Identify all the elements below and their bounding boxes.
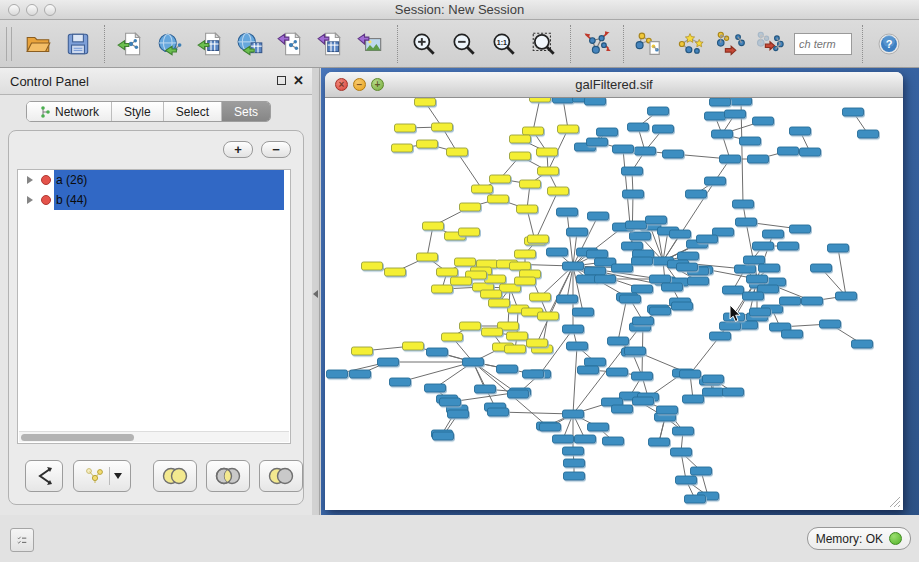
network-node[interactable] [455,258,476,266]
network-frame[interactable]: × − + galFiltered.sif [325,72,903,510]
network-node[interactable] [451,277,472,285]
network-node[interactable] [403,342,424,350]
network-node[interactable] [432,123,453,131]
network-node[interactable] [646,216,667,224]
tab-sets[interactable]: Sets [222,102,270,121]
network-node[interactable] [508,390,529,398]
network-node[interactable] [433,432,454,440]
network-node[interactable] [632,372,653,380]
network-node[interactable] [743,292,764,300]
network-node[interactable] [527,339,548,347]
network-node[interactable] [612,405,633,413]
network-node[interactable] [677,263,698,271]
network-node[interactable] [705,112,726,120]
network-node[interactable] [481,290,502,298]
network-node[interactable] [595,275,616,283]
network-node[interactable] [650,307,671,315]
network-node[interactable] [507,332,528,340]
zoom-in-button[interactable] [404,24,444,64]
network-node[interactable] [567,228,588,236]
open-folder-button[interactable] [18,24,58,64]
network-node[interactable] [688,277,709,285]
network-canvas[interactable] [326,98,902,509]
network-node[interactable] [608,337,629,345]
network-node[interactable] [670,230,691,238]
network-node[interactable] [686,190,707,198]
network-node[interactable] [597,128,618,136]
network-node[interactable] [632,257,653,265]
network-node[interactable] [425,384,446,392]
network-node[interactable] [440,398,461,406]
network-node[interactable] [740,137,761,145]
network-node[interactable] [564,459,585,467]
network-node[interactable] [778,147,799,155]
network-node[interactable] [780,297,801,305]
network-node[interactable] [553,98,574,103]
network-node[interactable] [489,299,510,307]
network-node[interactable] [485,275,506,283]
network-node[interactable] [423,222,444,230]
venn-intersection-button[interactable] [206,460,250,492]
network-node[interactable] [632,285,653,293]
network-node[interactable] [676,476,697,484]
network-node[interactable] [432,285,453,293]
network-node[interactable] [653,125,674,133]
network-node[interactable] [482,328,503,336]
network-node[interactable] [510,135,531,143]
network-node[interactable] [723,388,744,396]
network-node[interactable] [520,180,541,188]
network-node[interactable] [828,244,849,252]
network-node[interactable] [460,322,481,330]
network-node[interactable] [505,345,526,353]
network-node[interactable] [800,148,821,156]
help-button[interactable]: ? [869,24,909,64]
network-node[interactable] [448,410,469,418]
horizontal-scrollbar[interactable] [19,431,289,442]
network-node[interactable] [362,262,383,270]
network-node[interactable] [378,358,399,366]
network-node[interactable] [733,200,754,208]
network-node[interactable] [497,365,518,373]
search-input[interactable] [794,33,852,55]
network-node[interactable] [390,378,411,386]
tab-style[interactable]: Style [112,102,164,121]
network-node[interactable] [750,308,771,316]
network-node[interactable] [673,427,694,435]
memory-status-button[interactable]: Memory: OK [807,527,911,550]
save-session-button[interactable] [58,24,98,64]
network-node[interactable] [537,148,558,156]
network-node[interactable] [540,423,561,431]
network-node[interactable] [753,117,774,125]
network-node[interactable] [585,358,606,366]
network-node[interactable] [736,218,757,226]
import-table-url-button[interactable] [231,24,271,64]
network-node[interactable] [585,98,606,105]
network-node[interactable] [678,252,699,260]
network-node[interactable] [725,110,746,118]
import-table-file-button[interactable] [191,24,231,64]
network-node[interactable] [622,167,643,175]
network-node[interactable] [663,150,684,158]
network-node[interactable] [790,225,811,233]
expander-triangle-icon[interactable] [27,176,33,184]
network-node[interactable] [633,317,654,325]
network-node[interactable] [530,98,551,102]
network-node[interactable] [622,242,643,250]
network-node[interactable] [843,108,864,116]
network-node[interactable] [530,293,551,301]
network-node[interactable] [691,467,712,475]
network-node[interactable] [515,250,536,258]
resize-grip[interactable] [888,495,900,507]
create-set-network-button[interactable] [73,460,131,492]
network-node[interactable] [712,130,733,138]
network-node[interactable] [626,221,647,229]
network-node[interactable] [547,248,568,256]
toolbar-drag-handle[interactable] [6,27,12,61]
network-node[interactable] [442,333,463,341]
network-node[interactable] [548,187,569,195]
network-node[interactable] [735,265,756,273]
close-panel-icon[interactable]: ✕ [293,73,304,88]
network-node[interactable] [538,312,559,320]
network-node[interactable] [557,208,578,216]
network-node[interactable] [350,370,371,378]
